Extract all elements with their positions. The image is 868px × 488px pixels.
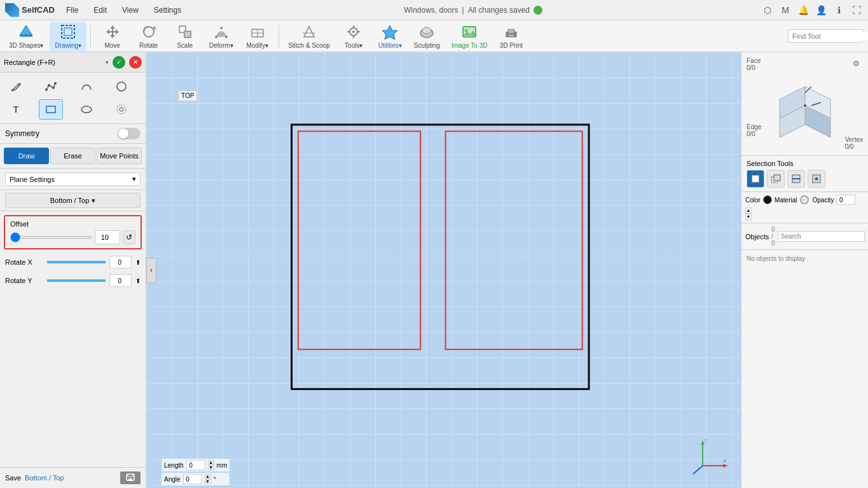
collapse-panel-button[interactable]: ‹	[146, 258, 156, 283]
vertex-value: 0/0	[845, 143, 854, 150]
length-input[interactable]	[186, 460, 205, 470]
toolbar-deform[interactable]: Deform▾	[203, 22, 238, 51]
sel-icon-multi[interactable]	[767, 170, 785, 188]
toolbar-image-to-3d[interactable]: Image To 3D	[446, 22, 493, 51]
confirm-button[interactable]: ✓	[113, 56, 125, 69]
save-button[interactable]	[120, 471, 141, 484]
svg-rect-1	[20, 34, 32, 37]
offset-value-input[interactable]	[95, 230, 120, 244]
plane-settings-dropdown[interactable]: Plane Settings ▾	[5, 172, 141, 186]
canvas-area[interactable]: ‹ TOP Length ▲ ▼ mm Angle	[146, 52, 741, 488]
offset-refresh-button[interactable]: ↺	[123, 230, 135, 244]
color-picker[interactable]	[763, 195, 772, 204]
angle-spinner[interactable]: ▲ ▼	[205, 474, 211, 484]
opacity-down[interactable]: ▼	[745, 214, 752, 220]
toolbar-tools[interactable]: Tools▾	[336, 22, 371, 51]
angle-down[interactable]: ▼	[205, 479, 211, 484]
menu-view[interactable]: View	[118, 4, 142, 16]
symmetry-toggle[interactable]	[118, 128, 141, 139]
rotate-y-input[interactable]	[109, 274, 132, 287]
cancel-button[interactable]: ✕	[129, 56, 142, 69]
angle-input[interactable]	[183, 474, 202, 484]
erase-mode-button[interactable]: Erase	[50, 148, 95, 164]
selection-tools-label: Selection Tools	[747, 160, 863, 167]
opacity-label: Opacity	[812, 197, 834, 204]
save-name: Bottom / Top	[25, 474, 116, 482]
info-icon[interactable]: ℹ	[832, 4, 845, 17]
draw-mode-button[interactable]: Draw	[4, 148, 49, 164]
draw-tool-text[interactable]: T	[4, 99, 28, 120]
toolbar-sculpting[interactable]: Sculpting	[409, 22, 445, 51]
opacity-input[interactable]	[836, 195, 855, 205]
bottom-top-button[interactable]: Bottom / Top ▾	[5, 193, 141, 208]
find-tool-box[interactable]: 🔍	[788, 29, 864, 43]
menu-edit[interactable]: Edit	[90, 4, 111, 16]
length-down[interactable]: ▼	[208, 465, 214, 470]
toolbar-scale[interactable]: Scale	[167, 22, 202, 51]
toolbar-modify[interactable]: Modify▾	[240, 22, 275, 51]
svg-rect-51	[752, 175, 759, 183]
svg-point-20	[465, 29, 467, 32]
toolbar-3d-print[interactable]: 3D Print	[493, 22, 528, 51]
rotate-icon	[140, 23, 158, 41]
svg-point-50	[803, 104, 807, 108]
rotate-y-slider[interactable]	[47, 279, 106, 282]
rotate-x-slider[interactable]	[47, 261, 106, 263]
angle-label: Angle	[164, 476, 181, 483]
toolbar-3d-shapes[interactable]: 3D Shapes▾	[4, 22, 48, 51]
svg-text:Y: Y	[704, 438, 708, 443]
fullscreen-icon[interactable]: ⛶	[850, 4, 863, 17]
draw-mode-row: Draw Erase Move Points	[0, 144, 146, 169]
dropdown-icon: ▾	[106, 59, 109, 66]
menu-file[interactable]: File	[62, 4, 82, 16]
rotate-x-input[interactable]	[109, 256, 132, 268]
draw-tool-ellipse[interactable]	[74, 99, 99, 120]
draw-tool-pencil[interactable]	[4, 76, 28, 97]
toolbar-move[interactable]: Move	[95, 22, 130, 51]
3d-shapes-icon	[17, 23, 35, 41]
drawing-tools: T	[0, 73, 146, 124]
rotate-x-spinner[interactable]: ⬆	[135, 259, 141, 266]
opacity-up[interactable]: ▲	[745, 207, 752, 214]
bell-icon[interactable]: 🔔	[797, 4, 809, 17]
angle-up[interactable]: ▲	[205, 474, 211, 479]
sel-icon-face[interactable]	[747, 170, 764, 188]
sculpting-label: Sculpting	[414, 42, 440, 49]
draw-tool-spiral[interactable]	[109, 99, 134, 120]
svg-marker-0	[20, 25, 32, 36]
3d-print-label: 3D Print	[500, 42, 523, 49]
draw-tool-rect[interactable]	[39, 99, 63, 120]
draw-tool-circle[interactable]	[109, 76, 134, 97]
toolbar-rotate[interactable]: Rotate	[131, 22, 166, 51]
length-up[interactable]: ▲	[208, 460, 214, 465]
share-icon[interactable]: ⬡	[761, 4, 774, 17]
draw-tool-curve[interactable]	[74, 76, 99, 97]
draw-tool-polyline[interactable]	[39, 76, 63, 97]
tools-icon	[345, 23, 362, 41]
svg-line-45	[693, 466, 703, 474]
objects-search[interactable]	[778, 231, 865, 242]
length-spinner[interactable]: ▲ ▼	[208, 460, 214, 470]
svg-rect-23	[509, 35, 514, 36]
offset-slider[interactable]	[10, 236, 92, 239]
rotate-x-row: Rotate X ⬆	[0, 253, 146, 272]
material-icon	[799, 195, 809, 205]
material-label: Material	[775, 197, 797, 204]
find-tool-input[interactable]	[792, 32, 868, 40]
user-icon[interactable]: 👤	[815, 4, 827, 17]
objects-search-input[interactable]	[781, 233, 862, 240]
rotate-y-spinner[interactable]: ⬆	[135, 277, 141, 284]
sel-icon-edge[interactable]	[787, 170, 805, 188]
toggle-knob	[118, 129, 128, 139]
sel-icon-vertex[interactable]	[808, 170, 825, 188]
toolbar-utilities[interactable]: Utilities▾	[373, 22, 408, 51]
offset-row: ↺	[10, 230, 135, 244]
svg-point-9	[220, 27, 223, 29]
menu-settings[interactable]: Settings	[150, 4, 185, 16]
move-points-button[interactable]: Move Points	[97, 148, 142, 164]
mail-icon[interactable]: M	[779, 4, 792, 17]
edge-label: Edge	[747, 123, 761, 130]
toolbar-drawing[interactable]: Drawing▾	[50, 22, 86, 51]
toolbar-stitch-scoop[interactable]: Stitch & Scoop	[283, 22, 335, 51]
view-settings-icon[interactable]: ⚙	[853, 59, 863, 69]
